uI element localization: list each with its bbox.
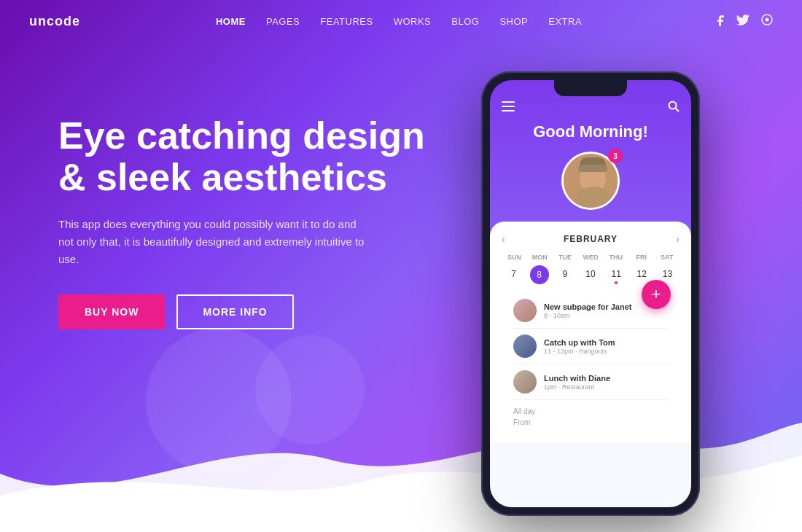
hero-title: Eye catching design & sleek aesthetics: [58, 115, 437, 198]
svg-rect-11: [578, 165, 607, 172]
nav-shop[interactable]: SHOP: [499, 16, 528, 27]
nav-blog[interactable]: BLOG: [451, 16, 479, 27]
day-sat: SAT: [654, 254, 680, 261]
buy-now-button[interactable]: BUY NOW: [58, 294, 165, 329]
phone-area: Good Morning!: [437, 71, 744, 516]
nav-works[interactable]: WORKS: [394, 16, 432, 27]
event-item-2: Catch up with Tom 11 - 12pm · Hangouts: [513, 329, 668, 364]
hero-subtitle: This app does everything you could possi…: [58, 216, 365, 268]
cal-date-8[interactable]: 8: [530, 265, 549, 284]
from-label: From: [513, 418, 668, 426]
day-sun: SUN: [502, 254, 527, 261]
calendar-month-header: ‹ FEBRUARY ›: [502, 233, 680, 245]
events-container: + New subpage for Janet 8 - 10am: [502, 293, 680, 400]
month-label: FEBRUARY: [505, 234, 677, 244]
hero-text: Eye catching design & sleek aesthetics T…: [58, 71, 437, 329]
event-item-3: Lunch with Diane 1pm · Restaurant: [513, 364, 668, 400]
cal-date-11[interactable]: 11: [604, 265, 628, 284]
hamburger-icon[interactable]: [502, 101, 515, 114]
event-title-2: Catch up with Tom: [544, 338, 668, 347]
event-time-3: 1pm · Restaurant: [544, 383, 668, 391]
event-avatar-2: [513, 335, 537, 358]
facebook-icon[interactable]: [717, 13, 725, 29]
twitter-icon[interactable]: [736, 15, 750, 28]
day-tue: TUE: [553, 254, 578, 261]
event-time-2: 11 - 12pm · Hangouts: [544, 348, 668, 355]
all-day-section: All day From: [502, 400, 680, 431]
avatar-badge: 3: [608, 149, 623, 163]
cal-date-9[interactable]: 9: [553, 265, 577, 284]
calendar-days-header: SUN MON TUE WED THU FRI SAT: [502, 254, 680, 261]
day-mon: MON: [527, 254, 553, 261]
cal-date-7[interactable]: 7: [502, 265, 526, 284]
day-fri: FRI: [628, 254, 654, 261]
app-avatar-container: 3: [490, 152, 691, 210]
brand-logo[interactable]: uncode: [29, 14, 80, 29]
hero-buttons: BUY NOW MORE INFO: [58, 294, 437, 329]
nav-home[interactable]: HOME: [216, 16, 246, 27]
phone-screen: Good Morning!: [490, 80, 691, 507]
event-time-1: 8 - 10am: [544, 312, 668, 319]
app-greeting: Good Morning!: [490, 122, 691, 141]
nav-pages[interactable]: PAGES: [266, 16, 300, 27]
nav-extra[interactable]: EXTRA: [548, 16, 582, 27]
navbar: uncode HOME PAGES FEATURES WORKS BLOG SH…: [0, 0, 802, 42]
day-thu: THU: [603, 254, 628, 261]
event-title-3: Lunch with Diane: [544, 374, 668, 383]
search-icon[interactable]: [668, 101, 680, 115]
social-icons: [717, 13, 773, 29]
event-list: New subpage for Janet 8 - 10am Catch up …: [502, 293, 680, 400]
nav-links: HOME PAGES FEATURES WORKS BLOG SHOP EXTR…: [216, 15, 582, 28]
day-wed: WED: [578, 254, 604, 261]
event-info-3: Lunch with Diane 1pm · Restaurant: [544, 374, 668, 391]
event-avatar-3: [513, 370, 537, 394]
settings-icon[interactable]: [761, 14, 773, 28]
phone-mockup: Good Morning!: [481, 71, 700, 516]
more-info-button[interactable]: MORE INFO: [176, 294, 293, 329]
svg-rect-2: [502, 101, 515, 103]
fab-add-button[interactable]: +: [642, 280, 671, 309]
svg-rect-4: [502, 110, 515, 112]
cal-date-10[interactable]: 10: [578, 265, 602, 284]
svg-line-6: [676, 109, 680, 112]
svg-rect-3: [502, 106, 515, 107]
nav-features[interactable]: FEATURES: [320, 16, 373, 27]
next-month-button[interactable]: ›: [676, 233, 680, 245]
event-avatar-1: [513, 299, 537, 322]
svg-point-1: [766, 18, 769, 22]
svg-point-5: [669, 102, 677, 109]
hero-section: Eye catching design & sleek aesthetics T…: [0, 42, 802, 531]
calendar-section: ‹ FEBRUARY › SUN MON TUE WED THU FRI SAT: [490, 222, 691, 442]
phone-notch: [554, 80, 627, 96]
all-day-label: All day: [513, 407, 668, 415]
event-info-2: Catch up with Tom 11 - 12pm · Hangouts: [544, 338, 668, 355]
